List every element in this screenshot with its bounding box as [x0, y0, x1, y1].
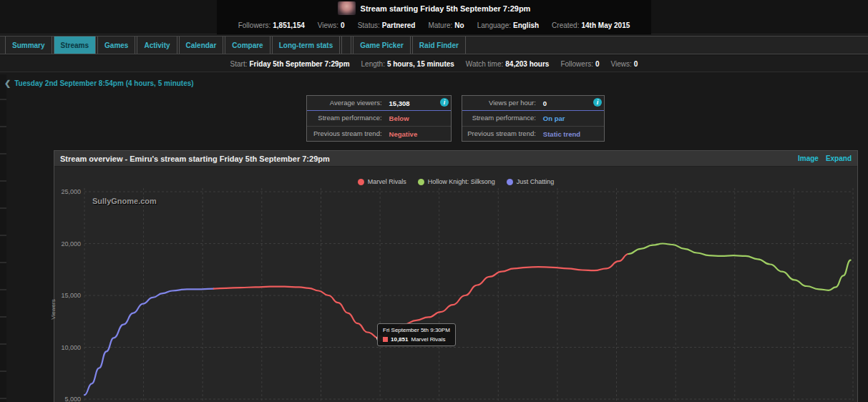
tab-spacer [341, 36, 351, 54]
legend-label: Just Chatting [517, 178, 555, 185]
info-followers: Followers:0 [560, 60, 599, 68]
stat-created: Created:14th May 2015 [552, 21, 630, 29]
previous-stream-link[interactable]: ❮ Tuesday 2nd September 8:54pm (4 hours,… [4, 79, 194, 88]
stream-performance-row: Stream performance: On par [462, 111, 604, 126]
tab-long-term-stats[interactable]: Long-term stats [272, 36, 341, 54]
stream-header-band: Stream starting Friday 5th September 7:2… [217, 0, 652, 34]
previous-stream-trend-value: Negative [389, 130, 418, 138]
tab-activity[interactable]: Activity [137, 36, 177, 54]
legend-item-hollow-knight-silksong[interactable]: Hollow Knight: Silksong [418, 178, 495, 185]
info-start: Start:Friday 5th September 7:29pm [230, 60, 350, 68]
views-per-hour-label: Views per hour: [462, 99, 543, 107]
tab-games[interactable]: Games [97, 36, 135, 54]
channel-stats-row: Followers:1,851,154 Views:0 Status:Partn… [238, 16, 630, 34]
expand-button[interactable]: Expand [826, 155, 852, 162]
info-watch-time: Watch time:84,203 hours [466, 60, 550, 68]
top-header: Stream starting Friday 5th September 7:2… [0, 0, 868, 34]
streamer-avatar [338, 1, 356, 15]
page: Stream starting Friday 5th September 7:2… [0, 0, 868, 402]
stat-followers: Followers:1,851,154 [238, 21, 305, 29]
info-icon[interactable]: i [440, 98, 449, 107]
legend-label: Marvel Rivals [368, 178, 406, 185]
tooltip-value-row: 10,851 Marvel Rivals [383, 336, 450, 343]
previous-stream-trend-row: Previous stream trend: Negative [307, 126, 451, 141]
panel-actions: Image Expand [798, 155, 852, 162]
stat-status: Status:Partnered [358, 21, 416, 29]
stream-title: Stream starting Friday 5th September 7:2… [361, 4, 531, 13]
panel-titlebar: Stream overview - Emiru's stream startin… [54, 151, 857, 167]
stat-mature: Mature:No [428, 21, 464, 29]
stream-performance-value: On par [543, 114, 565, 122]
collapsed-sidebar-strip [0, 74, 6, 402]
tab-bar: Summary Streams Games Activity Calendar … [0, 36, 868, 54]
average-viewers-card: Average viewers: 15,308 i Stream perform… [306, 95, 452, 142]
stream-performance-label: Stream performance: [307, 114, 389, 122]
stream-title-row: Stream starting Friday 5th September 7:2… [238, 0, 630, 16]
chart-tooltip: Fri September 5th 9:30PM 10,851 Marvel R… [377, 323, 456, 346]
stream-performance-row: Stream performance: Below [307, 111, 451, 126]
previous-stream-trend-label: Previous stream trend: [307, 130, 389, 137]
stream-chart[interactable]: Marvel Rivals Hollow Knight: Silksong Ju… [54, 167, 857, 402]
legend-dot-purple [507, 179, 513, 185]
svg-text:15,000: 15,000 [61, 292, 81, 299]
previous-stream-trend-value: Static trend [543, 130, 580, 138]
average-viewers-label: Average viewers: [307, 99, 389, 107]
stream-performance-label: Stream performance: [462, 114, 543, 122]
tooltip-value: 10,851 [391, 336, 408, 343]
svg-text:10,000: 10,000 [61, 344, 81, 351]
previous-stream-trend-label: Previous stream trend: [462, 130, 543, 137]
views-per-hour-card: Views per hour: 0 i Stream performance: … [462, 95, 605, 142]
viewers-line-chart: 5,00010,00015,00020,00025,000 [54, 167, 857, 402]
legend-item-marvel-rivals[interactable]: Marvel Rivals [358, 178, 406, 185]
average-viewers-value: 15,308 [389, 99, 410, 107]
info-icon[interactable]: i [593, 98, 602, 107]
tab-summary[interactable]: Summary [5, 36, 52, 54]
views-per-hour-value: 0 [543, 99, 547, 107]
stream-overview-panel: Stream overview - Emiru's stream startin… [54, 150, 858, 402]
tooltip-series-swatch [383, 337, 388, 342]
info-length: Length:5 hours, 15 minutes [361, 60, 454, 68]
image-button[interactable]: Image [798, 155, 819, 162]
stat-language: Language:English [477, 21, 539, 29]
tooltip-time: Fri September 5th 9:30PM [383, 327, 450, 333]
panel-title: Stream overview - Emiru's stream startin… [60, 155, 798, 163]
legend-label: Hollow Knight: Silksong [428, 178, 495, 185]
views-per-hour-row: Views per hour: 0 i [462, 96, 604, 111]
tab-compare[interactable]: Compare [225, 36, 270, 54]
svg-text:25,000: 25,000 [61, 188, 81, 195]
sullygnome-watermark: SullyGnome.com [92, 197, 157, 205]
chevron-left-icon: ❮ [4, 79, 11, 88]
y-axis-title: Viewers [50, 299, 57, 319]
legend-dot-red [358, 179, 364, 185]
tooltip-series-name: Marvel Rivals [411, 336, 445, 343]
svg-text:20,000: 20,000 [61, 240, 81, 247]
info-views: Views:0 [611, 60, 638, 68]
stream-performance-value: Below [389, 114, 409, 122]
tab-game-picker[interactable]: Game Picker [353, 36, 411, 54]
chart-legend: Marvel Rivals Hollow Knight: Silksong Ju… [54, 178, 857, 185]
stat-views: Views:0 [318, 21, 345, 29]
previous-stream-label: Tuesday 2nd September 8:54pm (4 hours, 5… [14, 79, 193, 87]
svg-text:5,000: 5,000 [64, 396, 81, 402]
tab-calendar[interactable]: Calendar [179, 36, 224, 54]
average-viewers-row: Average viewers: 15,308 i [307, 96, 451, 111]
tab-raid-finder[interactable]: Raid Finder [412, 36, 466, 54]
tab-streams[interactable]: Streams [54, 36, 96, 54]
stream-info-row: Start:Friday 5th September 7:29pm Length… [0, 56, 868, 72]
legend-item-just-chatting[interactable]: Just Chatting [507, 178, 555, 185]
previous-stream-trend-row: Previous stream trend: Static trend [462, 126, 604, 141]
legend-dot-green [418, 179, 424, 185]
